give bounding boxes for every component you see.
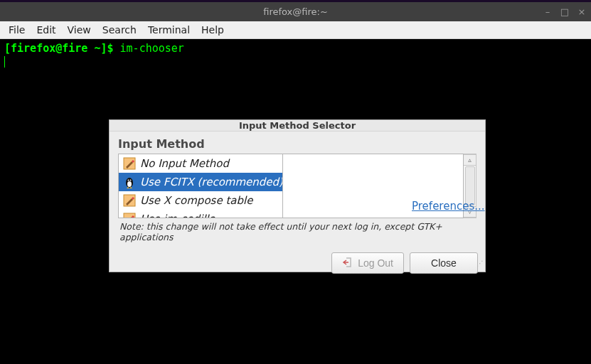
svg-point-2 (127, 181, 132, 187)
list-item[interactable]: No Input Method (119, 154, 282, 173)
dialog-title: Input Method Selector (239, 120, 356, 131)
menu-view[interactable]: View (68, 24, 91, 36)
close-button-label: Close (431, 257, 457, 269)
list-item[interactable]: Use FCITX (recommended) (119, 173, 282, 191)
input-method-section: No Input Method Use FCITX (recommended) … (118, 154, 476, 242)
terminal-cursor-line (4, 55, 587, 68)
window-title: firefox@fire:~ (263, 6, 328, 17)
menu-terminal[interactable]: Terminal (148, 24, 190, 36)
input-method-list[interactable]: No Input Method Use FCITX (recommended) … (118, 154, 283, 218)
close-button[interactable]: Close (410, 252, 478, 274)
terminal-line: [firefox@fire ~]$ im-chooser (4, 42, 587, 55)
menu-edit[interactable]: Edit (36, 24, 55, 36)
logout-button[interactable]: Log Out (331, 252, 404, 274)
window-titlebar[interactable]: firefox@fire:~ – □ × (0, 2, 591, 21)
terminal-prompt: [firefox@fire ~]$ (4, 42, 120, 55)
penguin-icon (123, 176, 136, 188)
note-label: Note: this change will not take effect u… (118, 218, 476, 242)
menu-help[interactable]: Help (201, 24, 224, 36)
minimize-button[interactable]: – (543, 6, 553, 17)
list-item-label: Use FCITX (recommended) (140, 176, 283, 188)
im-selector-dialog: Input Method Selector Input Method No In… (109, 119, 486, 272)
pencil-icon (123, 194, 136, 207)
maximize-button[interactable]: □ (560, 6, 570, 17)
section-label: Input Method (118, 137, 476, 151)
logout-icon (342, 257, 353, 270)
window-controls: – □ × (543, 2, 587, 21)
list-item[interactable]: Use X compose table (119, 191, 282, 210)
dialog-actions: Log Out Close (110, 247, 485, 281)
terminal-cursor (4, 56, 5, 68)
dialog-body: Input Method No Input Method Use FCITX (110, 132, 485, 247)
logout-button-label: Log Out (358, 257, 393, 269)
menu-file[interactable]: File (9, 24, 25, 36)
pencil-icon (123, 157, 136, 170)
svg-point-4 (130, 179, 132, 181)
terminal-command: im-chooser (120, 42, 184, 55)
scroll-up-button[interactable]: ▵ (464, 154, 476, 166)
svg-point-3 (128, 179, 129, 181)
list-item-label: Use im-cedilla (140, 213, 215, 219)
menu-search[interactable]: Search (102, 24, 137, 36)
dialog-titlebar[interactable]: Input Method Selector (110, 120, 485, 132)
list-item-label: Use X compose table (140, 194, 252, 207)
preferences-link[interactable]: Preferences... (405, 178, 485, 213)
list-item-label: No Input Method (140, 157, 229, 170)
list-item[interactable]: Use im-cedilla (119, 210, 282, 218)
pencil-icon (123, 213, 136, 219)
close-window-button[interactable]: × (577, 6, 587, 17)
menubar: File Edit View Search Terminal Help (0, 21, 591, 39)
